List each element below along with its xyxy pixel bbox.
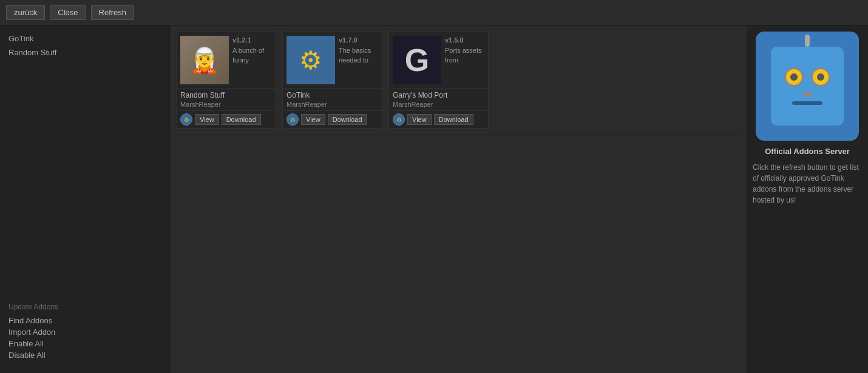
find-addons-link[interactable]: Find Addons bbox=[8, 315, 161, 326]
addon-version-random: v1.2.1 bbox=[232, 36, 272, 45]
addon-card-bottom-gotink: GoTink MarshReaper bbox=[283, 88, 382, 110]
view-button-random[interactable]: View bbox=[195, 114, 219, 125]
addon-desc-gotink: The basics needed to bbox=[339, 46, 378, 65]
robot-eyes bbox=[784, 67, 830, 87]
refresh-button[interactable]: Refresh bbox=[91, 5, 135, 20]
disable-all-link[interactable]: Disable All bbox=[8, 349, 161, 361]
server-description: Click the refresh button to get list of … bbox=[753, 162, 862, 206]
sidebar-item-gotink[interactable]: GoTink bbox=[0, 32, 169, 45]
addon-card-bottom-gmod: Garry's Mod Port MarshReaper bbox=[389, 88, 488, 110]
addon-desc-gmod: Ports assets from bbox=[445, 46, 484, 65]
addon-actions-gotink: ⚙ View Download bbox=[283, 110, 382, 128]
robot-mouth bbox=[792, 101, 822, 105]
addon-info-random: v1.2.1 A bunch of funny bbox=[232, 36, 272, 84]
addon-icon-gmod[interactable]: ⚙ bbox=[393, 113, 405, 126]
addon-actions-random: ⚙ View Download bbox=[177, 110, 276, 128]
sidebar-item-random-stuff[interactable]: Random Stuff bbox=[0, 45, 169, 59]
addon-info-gotink: v1.7.0 The basics needed to bbox=[339, 36, 378, 84]
addon-card-top-gmod: v1.5.0 Ports assets from bbox=[389, 32, 488, 88]
addon-version-gotink: v1.7.0 bbox=[339, 36, 378, 45]
addon-card-random-stuff: v1.2.1 A bunch of funny Random Stuff Mar… bbox=[176, 32, 276, 129]
addon-card-top: v1.2.1 A bunch of funny bbox=[177, 32, 276, 88]
addon-actions-gmod: ⚙ View Download bbox=[389, 110, 488, 128]
content-divider bbox=[176, 135, 741, 135]
addon-thumbnail-gmod bbox=[393, 36, 441, 84]
addon-desc-random: A bunch of funny bbox=[232, 46, 272, 65]
content-area: v1.2.1 A bunch of funny Random Stuff Mar… bbox=[170, 25, 747, 373]
addon-author-gmod: MarshReaper bbox=[393, 101, 484, 108]
addon-name-gmod: Garry's Mod Port bbox=[393, 91, 484, 99]
robot-head bbox=[771, 47, 844, 126]
sidebar-bottom: Update Addons Find Addons Import Addon E… bbox=[0, 297, 169, 367]
top-bar: zurück Close Refresh bbox=[0, 0, 868, 25]
server-title: Official Addons Server bbox=[765, 147, 850, 156]
robot-antenna bbox=[805, 35, 810, 47]
addon-name-gotink: GoTink bbox=[287, 91, 378, 99]
view-button-gotink[interactable]: View bbox=[301, 114, 325, 125]
enable-all-link[interactable]: Enable All bbox=[8, 338, 161, 349]
addon-version-gmod: v1.5.0 bbox=[445, 36, 484, 45]
addon-icon-random[interactable]: ⚙ bbox=[180, 113, 192, 126]
download-button-random[interactable]: Download bbox=[222, 114, 261, 125]
addon-author-random: MarshReaper bbox=[180, 101, 272, 108]
import-addon-link[interactable]: Import Addon bbox=[8, 326, 161, 338]
right-panel: Official Addons Server Click the refresh… bbox=[747, 25, 868, 373]
addon-thumbnail-gotink bbox=[287, 36, 335, 84]
view-button-gmod[interactable]: View bbox=[407, 114, 432, 125]
robot-eye-left bbox=[784, 67, 804, 87]
main-layout: GoTink Random Stuff Update Addons Find A… bbox=[0, 25, 868, 373]
download-button-gotink[interactable]: Download bbox=[328, 114, 367, 125]
server-logo bbox=[756, 32, 859, 141]
addon-card-gmod: v1.5.0 Ports assets from Garry's Mod Por… bbox=[388, 32, 489, 129]
addon-card-top-gotink: v1.7.0 The basics needed to bbox=[283, 32, 382, 88]
robot-eye-inner-left bbox=[790, 73, 798, 81]
robot-eye-right bbox=[811, 67, 830, 87]
addon-card-bottom-random: Random Stuff MarshReaper bbox=[177, 88, 276, 110]
addon-name-random: Random Stuff bbox=[180, 91, 272, 99]
download-button-gmod[interactable]: Download bbox=[434, 114, 473, 125]
addon-thumbnail-random bbox=[180, 36, 229, 84]
update-addons-label: Update Addons bbox=[8, 303, 161, 311]
addon-card-gotink: v1.7.0 The basics needed to GoTink Marsh… bbox=[282, 32, 382, 129]
sidebar: GoTink Random Stuff Update Addons Find A… bbox=[0, 25, 170, 373]
close-button[interactable]: Close bbox=[50, 5, 86, 20]
back-button[interactable]: zurück bbox=[6, 5, 45, 20]
robot-eye-inner-right bbox=[817, 73, 824, 81]
addon-list: v1.2.1 A bunch of funny Random Stuff Mar… bbox=[176, 32, 741, 129]
addon-info-gmod: v1.5.0 Ports assets from bbox=[445, 36, 484, 84]
robot-nose bbox=[803, 92, 812, 96]
addon-icon-gotink[interactable]: ⚙ bbox=[287, 113, 299, 126]
addon-author-gotink: MarshReaper bbox=[287, 101, 378, 108]
